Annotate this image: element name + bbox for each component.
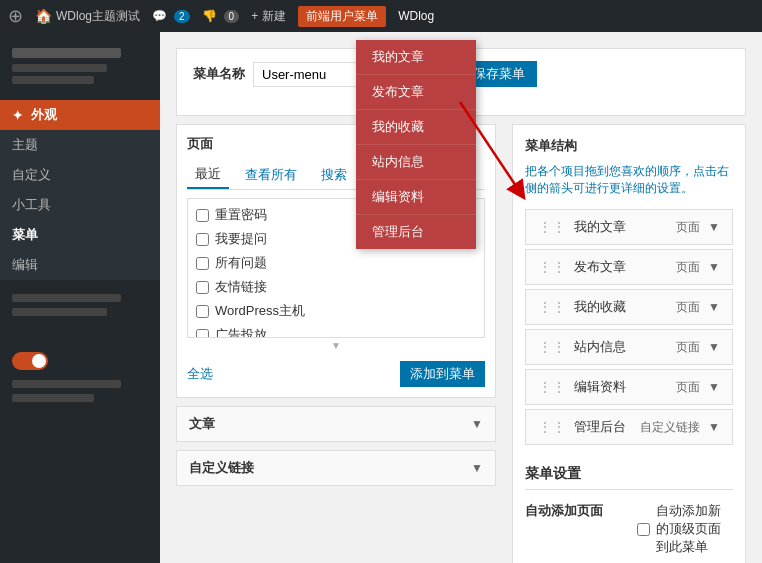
menu-item-0-left: ⋮⋮ 我的文章 [538, 218, 626, 236]
menu-item-1-right: 页面 ▼ [676, 259, 720, 276]
menu-item-1[interactable]: ⋮⋮ 发布文章 页面 ▼ [525, 249, 733, 285]
articles-arrow-icon: ▼ [471, 417, 483, 431]
menu-item-5-right: 自定义链接 ▼ [640, 419, 720, 436]
menu-item-2-right: 页面 ▼ [676, 299, 720, 316]
menu-item-5-expand-icon[interactable]: ▼ [708, 420, 720, 434]
thumbs-down-icon[interactable]: 👎 0 [202, 9, 240, 23]
drag-handle-icon-1: ⋮⋮ [538, 259, 566, 275]
checkbox-item-4[interactable]: WordPress主机 [192, 299, 480, 323]
sidebar: ✦ 外观 主题 自定义 小工具 菜单 编辑 [0, 32, 160, 563]
wdlog-link[interactable]: WDlog [398, 9, 434, 23]
sidebar-item-widgets[interactable]: 小工具 [0, 190, 160, 220]
custom-links-header[interactable]: 自定义链接 ▼ [177, 451, 495, 485]
menu-item-5-left: ⋮⋮ 管理后台 [538, 418, 626, 436]
panel-actions: 全选 添加到菜单 [187, 361, 485, 387]
add-to-menu-button[interactable]: 添加到菜单 [400, 361, 485, 387]
sidebar-item-customize[interactable]: 自定义 [0, 160, 160, 190]
custom-links-section[interactable]: 自定义链接 ▼ [176, 450, 496, 486]
sidebar-item-menus[interactable]: 菜单 [0, 220, 160, 250]
custom-links-arrow-icon: ▼ [471, 461, 483, 475]
sidebar-placeholder [0, 40, 160, 96]
main-content: 我的文章 发布文章 我的收藏 站内信息 编辑资料 管理后台 菜单名称 保存菜单 [160, 32, 762, 563]
select-all-link[interactable]: 全选 [187, 365, 213, 383]
dropdown-item-edit-profile[interactable]: 编辑资料 [356, 180, 476, 215]
auto-add-checkbox-col: 自动添加新的顶级页面到此菜单 [637, 502, 733, 562]
sidebar-item-themes[interactable]: 主题 [0, 130, 160, 160]
menu-item-4[interactable]: ⋮⋮ 编辑资料 页面 ▼ [525, 369, 733, 405]
appearance-sub-menu: 主题 自定义 小工具 菜单 编辑 [0, 130, 160, 280]
drag-handle-icon-4: ⋮⋮ [538, 379, 566, 395]
menu-item-3-expand-icon[interactable]: ▼ [708, 340, 720, 354]
menu-structure-panel: 菜单结构 把各个项目拖到您喜欢的顺序，点击右侧的箭头可进行更详细的设置。 ⋮⋮ … [512, 124, 746, 563]
dropdown-item-my-articles[interactable]: 我的文章 [356, 40, 476, 75]
menu-item-0[interactable]: ⋮⋮ 我的文章 页面 ▼ [525, 209, 733, 245]
structure-label: 菜单结构 [525, 137, 733, 155]
checkbox-friendly-links[interactable] [196, 281, 209, 294]
drag-handle-icon-3: ⋮⋮ [538, 339, 566, 355]
articles-header[interactable]: 文章 ▼ [177, 407, 495, 441]
auto-add-checkbox[interactable] [637, 523, 650, 536]
menu-item-3-right: 页面 ▼ [676, 339, 720, 356]
auto-add-col: 自动添加页面 [525, 502, 621, 562]
site-name[interactable]: 🏠 WDlog主题测试 [35, 8, 140, 25]
checkbox-ask-question[interactable] [196, 233, 209, 246]
menu-item-1-left: ⋮⋮ 发布文章 [538, 258, 626, 276]
tab-search[interactable]: 搜索 [313, 161, 355, 189]
sidebar-item-appearance[interactable]: ✦ 外观 [0, 100, 160, 130]
checkbox-item-5[interactable]: 广告投放 [192, 323, 480, 338]
admin-bar: ⊕ 🏠 WDlog主题测试 💬 2 👎 0 + 新建 前端用户菜单 WDlog [0, 0, 762, 32]
menu-item-3-left: ⋮⋮ 站内信息 [538, 338, 626, 356]
checkbox-ads[interactable] [196, 329, 209, 339]
auto-add-label: 自动添加页面 [525, 502, 621, 520]
checkbox-all-questions[interactable] [196, 257, 209, 270]
menu-item-4-expand-icon[interactable]: ▼ [708, 380, 720, 394]
menu-item-0-expand-icon[interactable]: ▼ [708, 220, 720, 234]
checkbox-reset-password[interactable] [196, 209, 209, 222]
menu-item-5[interactable]: ⋮⋮ 管理后台 自定义链接 ▼ [525, 409, 733, 445]
menu-item-2-left: ⋮⋮ 我的收藏 [538, 298, 626, 316]
dropdown-item-site-info[interactable]: 站内信息 [356, 145, 476, 180]
menu-item-3[interactable]: ⋮⋮ 站内信息 页面 ▼ [525, 329, 733, 365]
menu-settings-section: 菜单设置 自动添加页面 自动添加新的顶级页面到此菜单 [525, 465, 733, 563]
menu-settings-title: 菜单设置 [525, 465, 733, 490]
checkbox-wp-host[interactable] [196, 305, 209, 318]
right-panel: 菜单结构 把各个项目拖到您喜欢的顺序，点击右侧的箭头可进行更详细的设置。 ⋮⋮ … [512, 124, 746, 563]
checkbox-item-3[interactable]: 友情链接 [192, 275, 480, 299]
menu-item-4-right: 页面 ▼ [676, 379, 720, 396]
dropdown-menu[interactable]: 我的文章 发布文章 我的收藏 站内信息 编辑资料 管理后台 [356, 40, 476, 249]
menu-item-1-expand-icon[interactable]: ▼ [708, 260, 720, 274]
sidebar-item-editor[interactable]: 编辑 [0, 250, 160, 280]
settings-row: 自动添加页面 自动添加新的顶级页面到此菜单 [525, 502, 733, 562]
menu-item-2[interactable]: ⋮⋮ 我的收藏 页面 ▼ [525, 289, 733, 325]
appearance-icon: ✦ [12, 108, 23, 123]
menu-name-label: 菜单名称 [193, 65, 245, 83]
menu-items-list: ⋮⋮ 我的文章 页面 ▼ ⋮⋮ 发布文章 [525, 209, 733, 445]
drag-handle-icon: ⋮⋮ [538, 219, 566, 235]
wp-logo-icon[interactable]: ⊕ [8, 5, 23, 27]
menu-item-2-expand-icon[interactable]: ▼ [708, 300, 720, 314]
tab-view-all[interactable]: 查看所有 [237, 161, 305, 189]
dropdown-item-favorites[interactable]: 我的收藏 [356, 110, 476, 145]
comments-icon[interactable]: 💬 2 [152, 9, 190, 23]
layout: ✦ 外观 主题 自定义 小工具 菜单 编辑 [0, 32, 762, 563]
dropdown-item-admin[interactable]: 管理后台 [356, 215, 476, 249]
menu-item-4-left: ⋮⋮ 编辑资料 [538, 378, 626, 396]
menu-item-0-right: 页面 ▼ [676, 219, 720, 236]
sidebar-toggle-switch[interactable] [0, 346, 160, 376]
frontend-menu-link[interactable]: 前端用户菜单 [298, 6, 386, 27]
articles-section[interactable]: 文章 ▼ [176, 406, 496, 442]
checkbox-item-2[interactable]: 所有问题 [192, 251, 480, 275]
tab-recent[interactable]: 最近 [187, 161, 229, 189]
new-item-button[interactable]: + 新建 [251, 8, 286, 25]
drag-handle-icon-5: ⋮⋮ [538, 419, 566, 435]
sidebar-bottom-items [0, 376, 160, 410]
dropdown-item-publish[interactable]: 发布文章 [356, 75, 476, 110]
structure-desc: 把各个项目拖到您喜欢的顺序，点击右侧的箭头可进行更详细的设置。 [525, 163, 733, 197]
scroll-indicator: ▼ [187, 338, 485, 353]
drag-handle-icon-2: ⋮⋮ [538, 299, 566, 315]
auto-add-item: 自动添加新的顶级页面到此菜单 [637, 502, 733, 556]
